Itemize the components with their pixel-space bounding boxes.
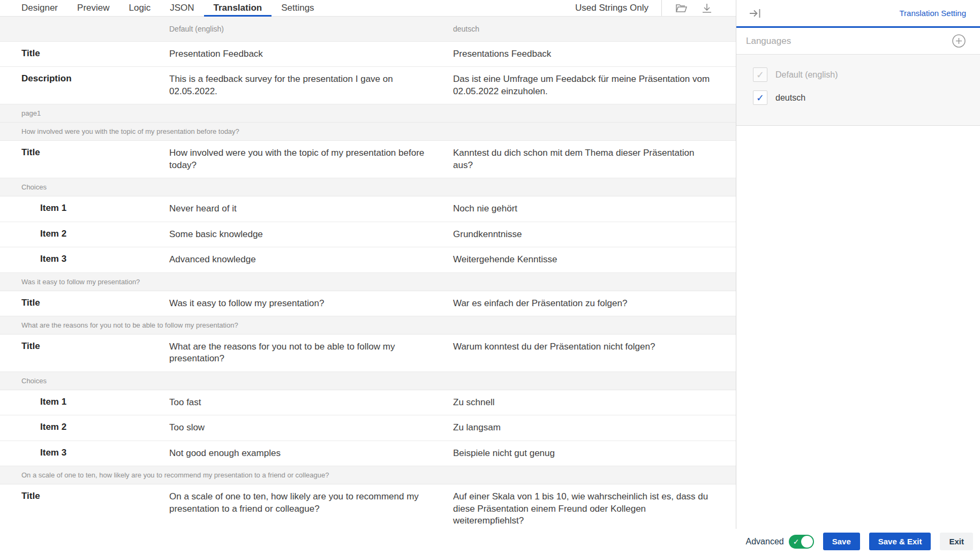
row-property-label: Item 1 bbox=[0, 196, 169, 220]
cell-deutsch[interactable]: Weitergehende Kenntisse bbox=[453, 247, 736, 272]
table-section-row: Choices bbox=[0, 372, 736, 390]
folder-open-icon[interactable] bbox=[675, 2, 688, 14]
row-property-label: Title bbox=[0, 291, 169, 315]
language-item[interactable]: ✓ deutsch bbox=[736, 86, 980, 109]
table-section-row: page1 bbox=[0, 104, 736, 123]
panel-title-tab[interactable]: Translation Setting bbox=[899, 9, 966, 18]
cell-default-english[interactable]: On a scale of one to ten, how likely are… bbox=[169, 484, 453, 521]
cell-default-english[interactable]: Was it easy to follow my presentation? bbox=[169, 291, 453, 316]
cell-default-english[interactable]: Not good enough examples bbox=[169, 441, 453, 466]
tab-label: Translation bbox=[214, 3, 262, 13]
main-column: Designer Preview Logic JSON Translation … bbox=[0, 0, 736, 529]
tab-bar-tools: Used Strings Only bbox=[575, 0, 736, 16]
tab-label: Designer bbox=[21, 3, 58, 13]
tab-translation[interactable]: Translation bbox=[204, 0, 272, 16]
table-header-row: Default (english) deutsch bbox=[0, 17, 736, 42]
tab-label: JSON bbox=[170, 3, 194, 13]
cell-default-english[interactable]: What are the reasons for you not to be a… bbox=[169, 335, 453, 371]
advanced-toggle-group: Advanced ✓ bbox=[746, 535, 814, 549]
translation-table: Default (english) deutsch Title Presenta… bbox=[0, 17, 736, 534]
header-cell-default-english: Default (english) bbox=[169, 17, 453, 41]
table-section-row: Choices bbox=[0, 178, 736, 196]
tab-label: Settings bbox=[281, 3, 314, 13]
table-row: Title Presentation Feedback Presentation… bbox=[0, 42, 736, 67]
table-row: Item 1 Never heard of it Noch nie gehört bbox=[0, 196, 736, 222]
plus-circle-icon[interactable] bbox=[952, 34, 966, 48]
toolbar-divider bbox=[661, 0, 662, 16]
tab-bar: Designer Preview Logic JSON Translation … bbox=[0, 0, 736, 17]
translation-settings-panel: Translation Setting Languages ✓ Default … bbox=[736, 0, 980, 529]
collapse-right-icon[interactable] bbox=[748, 6, 762, 20]
advanced-label: Advanced bbox=[746, 537, 784, 547]
cell-deutsch[interactable]: Kanntest du dich schon mit dem Thema die… bbox=[453, 141, 736, 178]
cell-deutsch[interactable]: Zu langsam bbox=[453, 415, 736, 440]
row-property-label: Item 3 bbox=[0, 441, 169, 465]
cell-default-english[interactable]: Never heard of it bbox=[169, 196, 453, 221]
tab-preview[interactable]: Preview bbox=[67, 0, 119, 16]
row-property-label: Item 2 bbox=[0, 222, 169, 246]
languages-list: ✓ Default (english) ✓ deutsch bbox=[736, 55, 980, 126]
table-row: Title On a scale of one to ten, how like… bbox=[0, 484, 736, 534]
tab-logic[interactable]: Logic bbox=[119, 0, 161, 16]
footer-bar: Advanced ✓ Save Save & Exit Exit bbox=[0, 529, 980, 554]
exit-button[interactable]: Exit bbox=[940, 533, 973, 550]
row-property-label: Item 2 bbox=[0, 415, 169, 439]
languages-header: Languages bbox=[736, 28, 980, 55]
table-row: Item 2 Too slow Zu langsam bbox=[0, 415, 736, 441]
row-property-label: Title bbox=[0, 141, 169, 164]
cell-deutsch[interactable]: Das ist eine Umfrage um Feedabck für mei… bbox=[453, 67, 736, 104]
cell-deutsch[interactable]: War es einfach der Präsentation zu folge… bbox=[453, 291, 736, 316]
cell-default-english[interactable]: This is a feedback survey for the presen… bbox=[169, 67, 453, 104]
tab-settings[interactable]: Settings bbox=[272, 0, 323, 16]
table-rows: Title Presentation Feedback Presentation… bbox=[0, 42, 736, 534]
tab-label: Preview bbox=[77, 3, 109, 13]
tab-label: Logic bbox=[129, 3, 151, 13]
language-label: deutsch bbox=[775, 93, 805, 103]
table-row: Item 3 Not good enough examples Beispiel… bbox=[0, 441, 736, 466]
cell-deutsch[interactable]: Warum konntest du der Präsentation nicht… bbox=[453, 335, 736, 359]
advanced-toggle[interactable]: ✓ bbox=[789, 535, 814, 549]
save-and-exit-button[interactable]: Save & Exit bbox=[869, 533, 931, 550]
table-section-row: On a scale of one to ten, how likely are… bbox=[0, 466, 736, 484]
cell-default-english[interactable]: Presentation Feedback bbox=[169, 42, 453, 66]
tab-designer[interactable]: Designer bbox=[12, 0, 67, 16]
table-row: Item 2 Some basic knowledge Grundkenntni… bbox=[0, 222, 736, 247]
table-section-row: Was it easy to follow my presentation? bbox=[0, 273, 736, 291]
used-strings-filter[interactable]: Used Strings Only bbox=[575, 3, 649, 13]
row-property-label: Title bbox=[0, 484, 169, 508]
cell-deutsch[interactable]: Grundkenntnisse bbox=[453, 222, 736, 247]
table-row: Description This is a feedback survey fo… bbox=[0, 67, 736, 104]
toggle-check-icon: ✓ bbox=[793, 537, 800, 546]
cell-deutsch[interactable]: Presentations Feedback bbox=[453, 42, 736, 66]
tab-json[interactable]: JSON bbox=[160, 0, 203, 16]
panel-header: Translation Setting bbox=[736, 0, 980, 28]
cell-deutsch[interactable]: Zu schnell bbox=[453, 390, 736, 415]
cell-default-english[interactable]: Too slow bbox=[169, 415, 453, 440]
table-row: Title What are the reasons for you not t… bbox=[0, 335, 736, 372]
download-icon[interactable] bbox=[700, 2, 713, 14]
header-cell-label bbox=[0, 17, 169, 33]
toggle-knob bbox=[801, 536, 813, 548]
tab-bar-tabs: Designer Preview Logic JSON Translation … bbox=[12, 0, 324, 16]
cell-default-english[interactable]: Too fast bbox=[169, 390, 453, 415]
table-section-row: How involved were you with the topic of … bbox=[0, 123, 736, 141]
cell-default-english[interactable]: How involved were you with the topic of … bbox=[169, 141, 453, 178]
cell-default-english[interactable]: Some basic knowledge bbox=[169, 222, 453, 247]
checkbox-icon[interactable]: ✓ bbox=[753, 67, 767, 82]
languages-title: Languages bbox=[746, 36, 791, 47]
row-property-label: Item 1 bbox=[0, 390, 169, 414]
language-label: Default (english) bbox=[775, 70, 838, 80]
survey-creator-window: Designer Preview Logic JSON Translation … bbox=[0, 0, 980, 554]
save-button[interactable]: Save bbox=[823, 533, 860, 550]
cell-default-english[interactable]: Advanced knowledge bbox=[169, 247, 453, 272]
cell-deutsch[interactable]: Noch nie gehört bbox=[453, 196, 736, 221]
row-property-label: Description bbox=[0, 67, 169, 90]
content-area: Designer Preview Logic JSON Translation … bbox=[0, 0, 980, 529]
row-property-label: Item 3 bbox=[0, 247, 169, 271]
checkbox-icon[interactable]: ✓ bbox=[753, 90, 767, 105]
cell-deutsch[interactable]: Beispiele nicht gut genug bbox=[453, 441, 736, 466]
cell-deutsch[interactable]: Auf einer Skala von 1 bis 10, wie wahrsc… bbox=[453, 484, 736, 533]
language-item: ✓ Default (english) bbox=[736, 63, 980, 86]
table-row: Title Was it easy to follow my presentat… bbox=[0, 291, 736, 316]
table-row: Item 3 Advanced knowledge Weitergehende … bbox=[0, 247, 736, 272]
